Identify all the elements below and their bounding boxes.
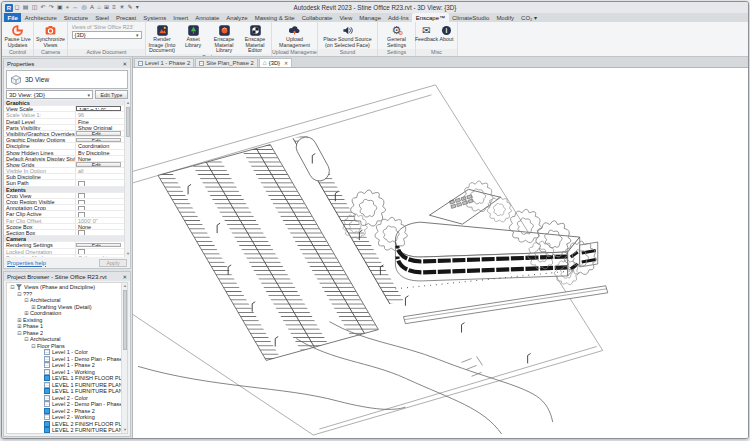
active-document-select[interactable]: {3D} ▾ xyxy=(72,31,142,39)
tag-icon[interactable]: ◎ xyxy=(80,3,88,12)
default-3d-view-icon[interactable]: ⌂ xyxy=(96,3,103,12)
ribbon-tab-add-ins[interactable]: Add-Ins xyxy=(384,13,412,22)
section-icon[interactable]: ⊞ xyxy=(102,3,110,12)
ribbon-tab-manage[interactable]: Manage xyxy=(356,13,385,22)
ribbon-tab-climatestudio[interactable]: ClimateStudio xyxy=(449,13,493,22)
synchronize-views-button[interactable]: Synchronize Views xyxy=(36,23,66,48)
general-settings-button[interactable]: ⚙⚙ General Settings xyxy=(380,23,414,48)
close-icon[interactable]: ✕ xyxy=(122,274,127,280)
property-value[interactable]: Edit... xyxy=(76,138,121,142)
ribbon-tab-architecture[interactable]: Architecture xyxy=(21,13,60,22)
ribbon-tab-view[interactable]: View xyxy=(336,13,356,22)
project-browser-header[interactable]: Project Browser - Stine Office R23.rvt ✕ xyxy=(4,272,130,281)
ribbon-tab-file[interactable]: File xyxy=(4,13,21,22)
ribbon-tab-enscape[interactable]: Enscape™ xyxy=(412,13,448,22)
thin-lines-icon[interactable]: ≡ xyxy=(111,3,118,12)
render-icon[interactable]: ✎ xyxy=(126,3,134,12)
new-file-icon[interactable]: ◻ xyxy=(13,3,21,12)
properties-help-link[interactable]: Properties help xyxy=(7,260,46,266)
asset-library-button[interactable]: Asset Library xyxy=(178,23,208,48)
scroll-down-icon[interactable]: ▼ xyxy=(125,251,130,257)
open-file-icon[interactable]: ▤ xyxy=(21,3,30,12)
property-value[interactable]: By Discipline xyxy=(76,150,122,155)
property-value[interactable] xyxy=(76,180,122,185)
ribbon-tab-analyze[interactable]: Analyze xyxy=(223,13,251,22)
tree-expander[interactable]: ⊟ xyxy=(23,336,30,342)
redo-icon[interactable]: ↷ xyxy=(47,3,55,12)
property-value[interactable]: 96 xyxy=(76,112,122,117)
text-icon[interactable]: A xyxy=(88,3,95,12)
property-value[interactable]: Edit... xyxy=(76,162,121,166)
ribbon-tab-steel[interactable]: Steel xyxy=(92,13,113,22)
ribbon-tab-precast[interactable]: Precast xyxy=(112,13,139,22)
about-button[interactable]: i About xyxy=(437,23,456,43)
ribbon-tab-structure[interactable]: Structure xyxy=(60,13,91,22)
property-value[interactable] xyxy=(76,205,122,210)
property-value[interactable] xyxy=(76,230,122,235)
upload-management-button[interactable]: Upload Management xyxy=(275,23,315,48)
property-value[interactable]: Edit... xyxy=(76,243,121,247)
property-value[interactable] xyxy=(76,193,122,198)
property-value[interactable] xyxy=(76,249,122,254)
tree-expander[interactable]: ⊞ xyxy=(16,317,23,323)
scrollbar-thumb[interactable] xyxy=(123,290,127,350)
ribbon-tab-collaborate[interactable]: Collaborate xyxy=(298,13,336,22)
tree-expander[interactable]: ⊟ xyxy=(30,343,37,349)
place-sound-source-button[interactable]: Place Sound Source (on Selected Face) xyxy=(321,23,375,48)
property-value[interactable]: Coordination xyxy=(76,143,122,148)
ribbon-tab-co2[interactable]: CO₂ ▾ xyxy=(518,13,541,22)
print-icon[interactable]: ▣ xyxy=(55,3,64,12)
save-icon[interactable]: ◫ xyxy=(30,3,39,12)
browser-scrollbar[interactable]: ▲ ▼ xyxy=(121,283,127,433)
type-selector[interactable]: 3D View xyxy=(6,70,128,89)
property-value[interactable]: 1000' 0" xyxy=(76,218,122,223)
property-row[interactable]: Projection Mode Orthographic xyxy=(4,255,130,257)
properties-header[interactable]: Properties ✕ xyxy=(4,59,130,68)
ribbon-tab-systems[interactable]: Systems xyxy=(140,13,170,22)
drawing-canvas[interactable] xyxy=(133,67,748,438)
enscape-material-editor-button[interactable]: Enscape Material Editor xyxy=(240,23,270,54)
tree-item[interactable]: Presentation - Large Conference Room xyxy=(7,434,127,435)
property-value[interactable]: Edit... xyxy=(76,131,121,135)
apply-button[interactable]: Apply xyxy=(99,259,127,267)
edit-type-button[interactable]: Edit Type xyxy=(95,90,128,99)
tree-expander[interactable]: ⊟ xyxy=(23,297,30,303)
property-value[interactable]: Fine xyxy=(76,119,122,124)
sun-settings-icon[interactable]: ☀ xyxy=(117,3,126,12)
scroll-down-icon[interactable]: ▼ xyxy=(122,427,128,433)
tree-expander[interactable]: ⊟ xyxy=(9,284,16,290)
measure-icon[interactable]: ⌖ xyxy=(64,3,71,12)
ribbon-tab-modify[interactable]: Modify xyxy=(493,13,518,22)
tree-expander[interactable]: ⊞ xyxy=(23,310,30,316)
property-value[interactable]: Show Original xyxy=(76,125,122,130)
tree-expander[interactable]: ⊞ xyxy=(30,304,37,310)
property-value[interactable]: Orthographic xyxy=(76,255,122,257)
view-tab-3d[interactable]: {3D} ✕ xyxy=(259,58,292,67)
tree-expander[interactable]: ⊟ xyxy=(16,291,23,297)
tree-expander[interactable]: ⊟ xyxy=(16,330,23,336)
ribbon-tab-insert[interactable]: Insert xyxy=(170,13,192,22)
tree-expander[interactable]: ⊞ xyxy=(16,323,23,329)
property-value[interactable]: None xyxy=(76,224,122,229)
view-tab-level-1-phase-2[interactable]: Level 1 - Phase 2 ✕ xyxy=(134,58,194,67)
close-view-tab-icon[interactable]: ✕ xyxy=(284,60,288,66)
qat-customize-icon[interactable]: ▾ xyxy=(134,3,140,12)
ribbon-tab-annotate[interactable]: Annotate xyxy=(192,13,223,22)
view-select[interactable]: 3D View: {3D} ▾ xyxy=(6,90,93,99)
ribbon-tab-massing-site[interactable]: Massing & Site xyxy=(251,13,298,22)
properties-scrollbar[interactable]: ▲ ▼ xyxy=(124,100,130,257)
feedback-button[interactable]: ✉ Feedback xyxy=(417,23,436,43)
scroll-up-icon[interactable]: ▲ xyxy=(122,283,128,289)
property-value[interactable] xyxy=(76,211,122,216)
aligned-dimension-icon[interactable]: ↔ xyxy=(71,3,80,12)
scroll-up-icon[interactable]: ▲ xyxy=(125,100,130,106)
property-value[interactable]: 1/8" = 1'-0" xyxy=(76,106,121,111)
undo-icon[interactable]: ↶ xyxy=(39,3,47,12)
scrollbar-thumb[interactable] xyxy=(126,107,130,137)
pause-live-updates-button[interactable]: Pause Live Updates xyxy=(3,23,33,48)
property-value[interactable]: None xyxy=(76,156,122,161)
property-value[interactable] xyxy=(76,174,122,179)
property-value[interactable]: all xyxy=(76,168,122,173)
close-icon[interactable]: ✕ xyxy=(122,61,127,67)
property-value[interactable] xyxy=(76,199,122,204)
